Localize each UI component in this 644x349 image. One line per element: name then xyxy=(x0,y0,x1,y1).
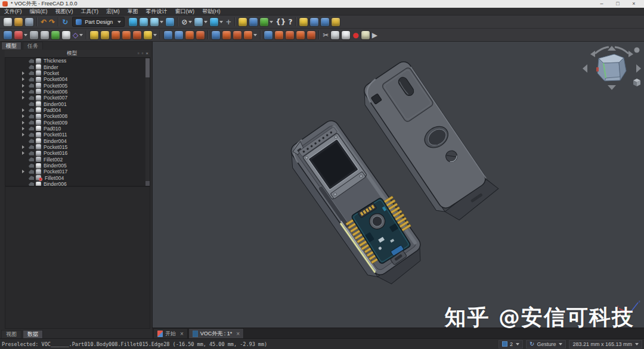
nav-arrow-right[interactable] xyxy=(636,64,641,73)
separator[interactable] xyxy=(318,30,320,39)
revolution-icon[interactable] xyxy=(100,29,110,41)
cut-icon[interactable]: ✂ xyxy=(321,29,330,41)
create-group-icon[interactable] xyxy=(248,16,259,28)
chamfer-icon[interactable] xyxy=(174,29,184,41)
tree-item-pocket009[interactable]: Pocket009 xyxy=(5,119,150,125)
tree-item-binder006[interactable]: Binder006 xyxy=(5,181,150,186)
menu-view[interactable]: 视图(V) xyxy=(55,8,73,15)
expand-arrow-icon[interactable] xyxy=(22,121,27,124)
expand-arrow-icon[interactable] xyxy=(22,145,27,149)
undo-icon[interactable]: ↶ xyxy=(39,16,48,28)
map-sketch-icon[interactable] xyxy=(39,29,50,41)
selection-view-icon[interactable] xyxy=(165,16,175,28)
tree-item-pad010[interactable]: Pad010 xyxy=(5,126,150,132)
panel-float-icon[interactable]: ▫ xyxy=(141,50,143,57)
clone-icon[interactable] xyxy=(320,16,330,28)
paste-icon[interactable] xyxy=(340,29,351,41)
tree-item-pocket008[interactable]: Pocket008 xyxy=(5,113,150,119)
separator[interactable] xyxy=(260,30,261,39)
nav-sphere-button[interactable] xyxy=(634,48,640,53)
fit-selection-icon[interactable] xyxy=(138,16,149,28)
expand-arrow-icon[interactable] xyxy=(22,77,27,81)
sketch-tools-icon[interactable] xyxy=(61,29,72,41)
mirrored-icon[interactable] xyxy=(210,29,221,41)
tree-item-pad004[interactable]: Pad004 xyxy=(5,107,150,113)
fit-all-icon[interactable] xyxy=(128,16,138,28)
expand-arrow-icon[interactable] xyxy=(22,108,27,112)
workbench-selector[interactable]: Part Design xyxy=(72,17,125,27)
nav-rotate-ccw[interactable] xyxy=(595,47,609,54)
clipping-plane-icon[interactable]: ⊘ xyxy=(180,16,193,28)
separator[interactable] xyxy=(208,30,209,39)
panel-overlay-icon[interactable]: ▫ xyxy=(138,50,140,57)
datum-icon[interactable]: ◇ xyxy=(72,29,84,41)
create-sketch-icon[interactable] xyxy=(13,29,29,41)
refresh-icon[interactable]: ↻ xyxy=(61,16,69,28)
axis-cross-icon[interactable]: + xyxy=(224,16,233,28)
sprocket-icon[interactable] xyxy=(284,29,295,41)
hole-icon[interactable] xyxy=(121,29,132,41)
menu-sketch[interactable]: 草图 xyxy=(128,8,138,15)
separator[interactable] xyxy=(86,30,87,39)
tree-item-pocket017[interactable]: Pocket017 xyxy=(5,169,150,174)
edit-sketch-icon[interactable] xyxy=(29,29,39,41)
nav-style-selector[interactable]: ↻ Gesture xyxy=(526,340,566,348)
property-editor[interactable] xyxy=(5,186,150,329)
document-tab-voc-shell[interactable]: VOC外壳 : 1* × xyxy=(188,328,244,338)
dimension-readout[interactable]: 283.21 mm x 165.13 mm xyxy=(569,340,642,348)
edit-macro-icon[interactable] xyxy=(360,29,371,41)
expand-arrow-icon[interactable] xyxy=(22,114,27,118)
texture-view-icon[interactable] xyxy=(193,16,209,28)
tree-item-binder001[interactable]: Binder001 xyxy=(5,101,150,107)
menu-file[interactable]: 文件(F) xyxy=(4,8,22,15)
copy-icon[interactable] xyxy=(330,29,340,41)
thickness-feature-icon[interactable] xyxy=(195,29,206,41)
whats-this-icon[interactable]: ? xyxy=(287,16,293,28)
tree-item-pocket016[interactable]: Pocket016 xyxy=(5,150,150,156)
separator[interactable] xyxy=(295,17,296,26)
viewport-3d[interactable]: x y z xyxy=(152,42,644,328)
pad-icon[interactable] xyxy=(89,29,100,41)
datum-tools-icon[interactable] xyxy=(330,16,341,28)
menu-part-design[interactable]: 零件设计 xyxy=(146,8,168,15)
nav-arrow-up[interactable] xyxy=(608,46,616,51)
menu-help[interactable]: 帮助(H) xyxy=(202,8,221,15)
menu-edit[interactable]: 编辑(E) xyxy=(30,8,48,15)
shaft-wizard-icon[interactable] xyxy=(306,29,317,41)
separator[interactable] xyxy=(234,17,236,26)
menu-windows[interactable]: 窗口(W) xyxy=(175,8,195,15)
link-make-icon[interactable] xyxy=(259,16,274,28)
groove-icon[interactable] xyxy=(132,29,143,41)
open-file-icon[interactable] xyxy=(13,16,24,28)
dock-tab-tasks[interactable]: 任务 xyxy=(23,42,43,49)
tree-item-thickness[interactable]: Thickness xyxy=(5,58,150,64)
linear-pattern-icon[interactable] xyxy=(221,29,232,41)
nav-rotate-cw[interactable] xyxy=(615,47,628,54)
nav-cube-body[interactable] xyxy=(596,54,626,81)
subshapebinder-icon[interactable] xyxy=(309,16,320,28)
separator[interactable] xyxy=(58,17,59,26)
expand-arrow-icon[interactable] xyxy=(22,133,27,136)
menu-macro[interactable]: 宏(M) xyxy=(106,8,120,15)
tree-item-pocket005[interactable]: Pocket005 xyxy=(5,82,150,88)
tree-item-pocket011[interactable]: Pocket011 xyxy=(5,132,150,138)
close-tab-icon[interactable]: × xyxy=(180,331,184,337)
tree-item-pocket006[interactable]: Pocket006 xyxy=(5,89,150,95)
tree-item-pocket004[interactable]: Pocket004 xyxy=(5,76,150,82)
maximize-button[interactable]: □ xyxy=(615,0,621,8)
nav-arrow-down[interactable] xyxy=(608,85,616,90)
document-tab-start[interactable]: 开始 × xyxy=(153,328,188,338)
decimals-selector[interactable]: 2 xyxy=(499,340,523,348)
expand-arrow-icon[interactable] xyxy=(22,170,27,173)
draft-icon[interactable] xyxy=(184,29,195,41)
scrollbar-thumb[interactable] xyxy=(145,58,150,77)
tree-scrollbar[interactable] xyxy=(145,58,150,186)
tree-item-pocket007[interactable]: Pocket007 xyxy=(5,95,150,101)
menu-tools[interactable]: 工具(T) xyxy=(81,8,99,15)
play-macro-icon[interactable]: ▶ xyxy=(371,29,379,41)
shapebinder-icon[interactable] xyxy=(298,16,309,28)
tree-item-pocket[interactable]: Pocket xyxy=(5,70,150,76)
new-file-icon[interactable] xyxy=(2,16,13,28)
expand-arrow-icon[interactable] xyxy=(22,90,27,94)
expand-arrow-icon[interactable] xyxy=(22,71,27,75)
